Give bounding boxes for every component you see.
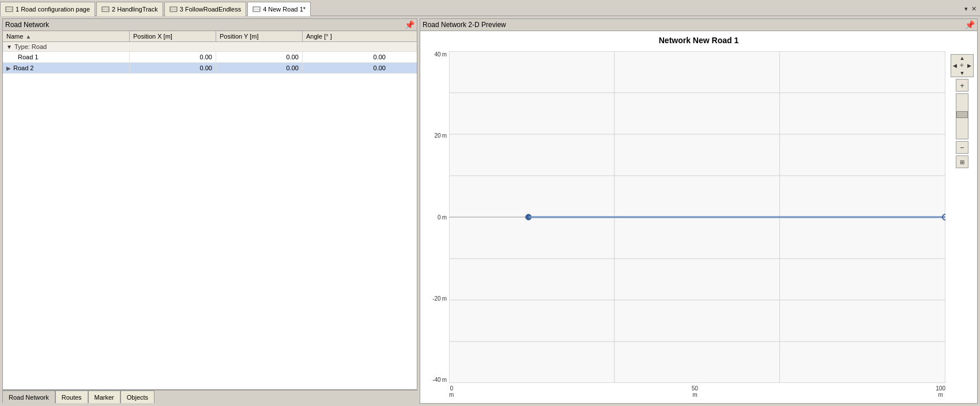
preview-pin-icon[interactable]: 📌 bbox=[965, 20, 975, 29]
tab-handling-track-label: 2 HandlingTrack bbox=[112, 6, 158, 13]
tab-bar: 1 Road configuration page 2 HandlingTrac… bbox=[0, 0, 980, 16]
follow-road-icon bbox=[169, 5, 178, 13]
group-collapse-icon: ▼ bbox=[6, 44, 12, 50]
road-network-table: Name ▲ Position X [m] Position Y [m] Ang… bbox=[2, 31, 417, 390]
tab-controls: ▾ ✕ bbox=[961, 2, 980, 16]
bottom-tab-road-network[interactable]: Road Network bbox=[2, 390, 55, 403]
col-name-label: Name bbox=[6, 33, 23, 40]
sort-arrow-icon: ▲ bbox=[25, 33, 31, 40]
zoom-controls: ▲ ◀ ✛ ▶ ▼ + − ⊞ bbox=[951, 54, 974, 168]
tab-new-road[interactable]: 4 New Road 1* bbox=[247, 2, 311, 16]
y-label-0: 0 m bbox=[423, 214, 447, 221]
row2-name: ▶ Road 2 bbox=[3, 63, 130, 73]
pan-up-right bbox=[966, 55, 973, 62]
tab-pin-btn[interactable]: ▾ bbox=[964, 5, 968, 13]
x-label-50: 50 m bbox=[692, 385, 698, 398]
col-angle-label: Angle [° ] bbox=[306, 33, 332, 40]
x-label-0: 0 m bbox=[449, 385, 454, 398]
zoom-out-btn[interactable]: − bbox=[956, 141, 968, 154]
row1-angle: 0.00 bbox=[303, 52, 389, 62]
pan-left[interactable]: ◀ bbox=[951, 62, 959, 70]
pan-right[interactable]: ▶ bbox=[966, 62, 973, 70]
col-name[interactable]: Name ▲ bbox=[3, 31, 130, 41]
tab-handling-track[interactable]: 2 HandlingTrack bbox=[96, 2, 163, 16]
chart-area bbox=[449, 51, 945, 383]
tab-follow-road-label: 3 FollowRoadEndless bbox=[180, 6, 241, 13]
row-select-icon: ▶ bbox=[6, 65, 11, 71]
col-pos-x: Position X [m] bbox=[130, 31, 216, 41]
x-axis-labels: 0 m 50 m 100 m bbox=[449, 383, 945, 403]
zoom-slider-thumb bbox=[956, 111, 968, 118]
network-title: Network New Road 1 bbox=[420, 31, 977, 45]
bottom-tab-objects[interactable]: Objects bbox=[120, 390, 154, 403]
road-config-icon bbox=[5, 5, 13, 13]
bottom-tabs: Road Network Routes Marker Objects bbox=[2, 390, 417, 404]
preview-title-label: Road Network 2-D Preview bbox=[423, 21, 506, 29]
col-pos-y-label: Position Y [m] bbox=[220, 33, 258, 40]
table-row[interactable]: ▶ Road 2 0.00 0.00 0.00 bbox=[3, 63, 417, 74]
pan-center[interactable]: ✛ bbox=[959, 62, 966, 70]
pan-control[interactable]: ▲ ◀ ✛ ▶ ▼ bbox=[951, 54, 974, 77]
row2-pos-y: 0.00 bbox=[216, 63, 303, 73]
main-content: Road Network 📌 Name ▲ Position X [m] Pos… bbox=[0, 16, 980, 406]
row1-pos-y: 0.00 bbox=[216, 52, 303, 62]
group-row-road[interactable]: ▼ Type: Road bbox=[3, 42, 417, 52]
pan-down-right bbox=[966, 69, 973, 77]
row1-pos-x: 0.00 bbox=[130, 52, 216, 62]
panel-pin-icon[interactable]: 📌 bbox=[405, 20, 414, 29]
zoom-in-btn[interactable]: + bbox=[956, 79, 968, 92]
bottom-tab-marker[interactable]: Marker bbox=[88, 390, 120, 403]
col-pos-x-label: Position X [m] bbox=[133, 33, 172, 40]
handling-track-icon bbox=[101, 5, 110, 13]
pan-up[interactable]: ▲ bbox=[959, 55, 966, 62]
preview-panel-header: Road Network 2-D Preview 📌 bbox=[420, 18, 978, 31]
bottom-tab-routes[interactable]: Routes bbox=[55, 390, 88, 403]
tab-follow-road[interactable]: 3 FollowRoadEndless bbox=[164, 2, 246, 16]
tab-road-config[interactable]: 1 Road configuration page bbox=[0, 2, 95, 16]
right-panel: Road Network 2-D Preview 📌 Network New R… bbox=[420, 18, 978, 404]
y-label-40: 40 m bbox=[423, 51, 447, 58]
y-label-20: 20 m bbox=[423, 132, 447, 139]
left-panel: Road Network 📌 Name ▲ Position X [m] Pos… bbox=[2, 18, 417, 404]
y-label-neg40: -40 m bbox=[423, 377, 447, 383]
row1-name: Road 1 bbox=[3, 52, 130, 62]
tab-road-config-label: 1 Road configuration page bbox=[16, 6, 90, 13]
road-network-title: Road Network bbox=[5, 21, 49, 29]
col-angle: Angle [° ] bbox=[303, 31, 389, 41]
group-label: Type: Road bbox=[14, 43, 47, 50]
pan-down-left bbox=[951, 69, 959, 77]
x-label-100: 100 m bbox=[936, 385, 945, 398]
grid-svg bbox=[449, 51, 945, 383]
zoom-fit-btn[interactable]: ⊞ bbox=[956, 155, 968, 168]
zoom-slider[interactable] bbox=[956, 93, 968, 139]
pan-up-left bbox=[951, 55, 959, 62]
table-header: Name ▲ Position X [m] Position Y [m] Ang… bbox=[3, 31, 417, 42]
tab-close-btn[interactable]: ✕ bbox=[971, 5, 977, 13]
y-label-neg20: -20 m bbox=[423, 295, 447, 302]
tab-new-road-label: 4 New Road 1* bbox=[263, 6, 306, 13]
preview-container: Network New Road 1 40 m 20 m 0 m -20 m bbox=[420, 31, 978, 404]
pan-down[interactable]: ▼ bbox=[959, 69, 966, 77]
row2-angle: 0.00 bbox=[303, 63, 389, 73]
y-axis-labels: 40 m 20 m 0 m -20 m -40 m bbox=[420, 51, 449, 383]
row2-pos-x: 0.00 bbox=[130, 63, 216, 73]
table-row[interactable]: Road 1 0.00 0.00 0.00 bbox=[3, 52, 417, 63]
road-network-panel-header: Road Network 📌 bbox=[2, 18, 417, 31]
new-road-icon bbox=[252, 5, 261, 13]
col-pos-y: Position Y [m] bbox=[216, 31, 303, 41]
table-body: ▼ Type: Road Road 1 0.00 0.00 bbox=[3, 42, 417, 389]
